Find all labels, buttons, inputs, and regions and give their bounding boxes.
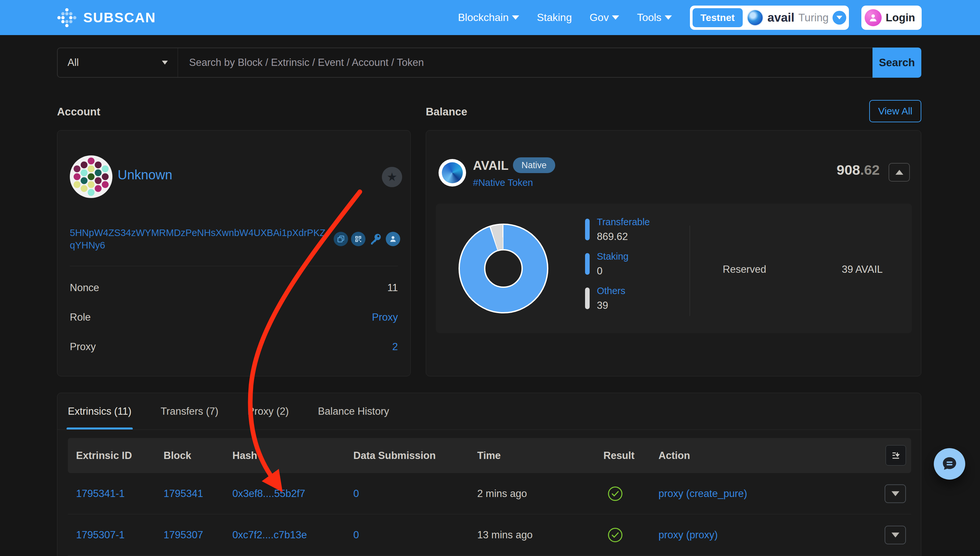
account-identicon bbox=[70, 155, 112, 198]
balance-card: AVAIL Native #Native Token 908.62 Transf… bbox=[426, 130, 921, 377]
table-body: 1795341-117953410x3ef8....55b2f702 mins … bbox=[68, 473, 911, 556]
tab-balance-history[interactable]: Balance History bbox=[318, 393, 389, 430]
success-icon bbox=[608, 486, 622, 501]
login-label: Login bbox=[886, 11, 915, 24]
field-value[interactable]: 2 bbox=[392, 341, 398, 353]
field-label: Proxy bbox=[70, 341, 96, 353]
search-input[interactable] bbox=[178, 47, 872, 78]
extrinsic-id-link[interactable]: 1795341-1 bbox=[76, 488, 163, 499]
reserved-label: Reserved bbox=[723, 263, 766, 275]
legend-label[interactable]: Transferable bbox=[597, 217, 650, 228]
legend-text: Others39 bbox=[597, 286, 625, 312]
field-label: Nonce bbox=[70, 282, 99, 294]
nav-item-tools[interactable]: Tools bbox=[637, 11, 672, 24]
network-switcher: Testnet avail Turing bbox=[690, 6, 849, 30]
network-name: avail bbox=[768, 11, 794, 24]
legend-label[interactable]: Staking bbox=[597, 251, 629, 262]
legend-bar bbox=[585, 219, 589, 240]
address-actions bbox=[334, 232, 400, 246]
favorite-star-button[interactable]: ★ bbox=[382, 167, 402, 187]
search-filter-select[interactable]: All bbox=[57, 47, 178, 78]
tab-extrinsics-11-[interactable]: Extrinsics (11) bbox=[68, 393, 131, 430]
navbar: SUBSCAN BlockchainStakingGovTools Testne… bbox=[0, 0, 980, 35]
search-bar: All Search bbox=[57, 47, 921, 78]
legend-value: 39 bbox=[597, 300, 625, 312]
chat-button[interactable] bbox=[934, 448, 965, 480]
extrinsic-id-link[interactable]: 1795307-1 bbox=[76, 529, 163, 541]
legend-label[interactable]: Others bbox=[597, 286, 625, 296]
testnet-button[interactable]: Testnet bbox=[693, 8, 743, 27]
collapse-button[interactable] bbox=[888, 163, 910, 182]
hash-link[interactable]: 0xc7f2....c7b13e bbox=[232, 529, 353, 541]
block-link[interactable]: 1795341 bbox=[163, 488, 232, 499]
legend-bar bbox=[585, 253, 589, 275]
view-all-button[interactable]: View All bbox=[869, 100, 921, 122]
column-header-time: Time bbox=[477, 450, 604, 462]
extrinsics-card: Extrinsics (11)Transfers (7)Proxy (2)Bal… bbox=[57, 393, 921, 556]
total-balance: 908.62 bbox=[836, 162, 880, 178]
table-header: Extrinsic IDBlockHashData SubmissionTime… bbox=[68, 438, 911, 473]
legend-item-staking: Staking0 bbox=[585, 251, 650, 277]
reserved-value: 39 AVAIL bbox=[842, 263, 883, 275]
nav-item-staking[interactable]: Staking bbox=[537, 11, 572, 24]
copy-icon[interactable] bbox=[334, 232, 348, 246]
tabs: Extrinsics (11)Transfers (7)Proxy (2)Bal… bbox=[68, 393, 389, 430]
action-link[interactable]: proxy (create_pure) bbox=[659, 488, 911, 499]
legend-text: Transferable869.62 bbox=[597, 217, 650, 242]
subscan-logo[interactable]: SUBSCAN bbox=[57, 7, 156, 28]
success-icon bbox=[608, 528, 622, 542]
legend-item-transferable: Transferable869.62 bbox=[585, 217, 650, 242]
chat-bubble-icon bbox=[941, 455, 958, 473]
tab-proxy-2-[interactable]: Proxy (2) bbox=[247, 393, 289, 430]
table-row: 1795341-117953410x3ef8....55b2f702 mins … bbox=[68, 473, 911, 514]
legend-item-others: Others39 bbox=[585, 286, 650, 312]
tab-transfers-7-[interactable]: Transfers (7) bbox=[161, 393, 218, 430]
table-filter-button[interactable] bbox=[886, 445, 906, 465]
time-text: 2 mins ago bbox=[477, 488, 604, 499]
triangle-down-icon bbox=[891, 532, 899, 537]
nav-item-gov[interactable]: Gov bbox=[589, 11, 620, 24]
data-submission-link[interactable]: 0 bbox=[353, 488, 477, 499]
network-suffix: Turing bbox=[798, 11, 828, 24]
search-button[interactable]: Search bbox=[872, 47, 921, 78]
nav-item-blockchain[interactable]: Blockchain bbox=[458, 11, 519, 24]
data-submission-link[interactable]: 0 bbox=[353, 529, 477, 541]
field-value: 11 bbox=[387, 282, 398, 294]
subscan-logo-icon bbox=[57, 7, 77, 28]
column-header-extrinsic-id: Extrinsic ID bbox=[76, 450, 163, 462]
account-name-link[interactable]: Unknown bbox=[118, 168, 173, 182]
table-row: 1795307-117953070xc7f2....c7b13e013 mins… bbox=[68, 514, 911, 556]
column-header-hash: Hash bbox=[232, 450, 353, 462]
account-person-icon[interactable] bbox=[386, 232, 400, 246]
account-field-nonce: Nonce11 bbox=[70, 278, 398, 298]
field-value[interactable]: Proxy bbox=[372, 312, 398, 323]
chevron-down-icon bbox=[665, 15, 672, 20]
triangle-up-icon bbox=[895, 170, 903, 175]
account-field-proxy: Proxy2 bbox=[70, 337, 398, 357]
account-field-role: RoleProxy bbox=[70, 307, 398, 327]
block-link[interactable]: 1795307 bbox=[163, 529, 232, 541]
result-cell bbox=[604, 486, 659, 501]
nav-item-label: Blockchain bbox=[458, 11, 509, 24]
row-expand-button[interactable] bbox=[885, 525, 906, 544]
nav-item-label: Tools bbox=[637, 11, 662, 24]
native-token-link[interactable]: #Native Token bbox=[473, 177, 533, 188]
action-link[interactable]: proxy (proxy) bbox=[659, 529, 911, 541]
triangle-down-icon bbox=[891, 491, 899, 496]
hash-link[interactable]: 0x3ef8....55b2f7 bbox=[232, 488, 353, 499]
qr-code-icon[interactable] bbox=[351, 232, 365, 246]
avail-token-icon bbox=[439, 159, 466, 186]
account-heading: Account bbox=[57, 105, 100, 118]
account-address[interactable]: 5HNpW4ZS34zWYMRMDzPeNHsXwnbW4UXBAi1pXdrP… bbox=[70, 226, 329, 251]
balance-donut-chart bbox=[459, 223, 548, 314]
balance-chart-panel: Transferable869.62Staking0Others39 Reser… bbox=[436, 204, 912, 333]
chevron-down-icon bbox=[612, 15, 619, 20]
user-avatar-icon bbox=[865, 9, 882, 26]
key-icon[interactable] bbox=[368, 232, 383, 246]
network-chevron-down-icon[interactable] bbox=[833, 11, 846, 24]
row-expand-button[interactable] bbox=[885, 484, 906, 503]
nav-item-label: Staking bbox=[537, 11, 572, 24]
chevron-down-icon bbox=[512, 15, 519, 20]
column-header-block: Block bbox=[163, 450, 232, 462]
login-button[interactable]: Login bbox=[861, 6, 922, 30]
